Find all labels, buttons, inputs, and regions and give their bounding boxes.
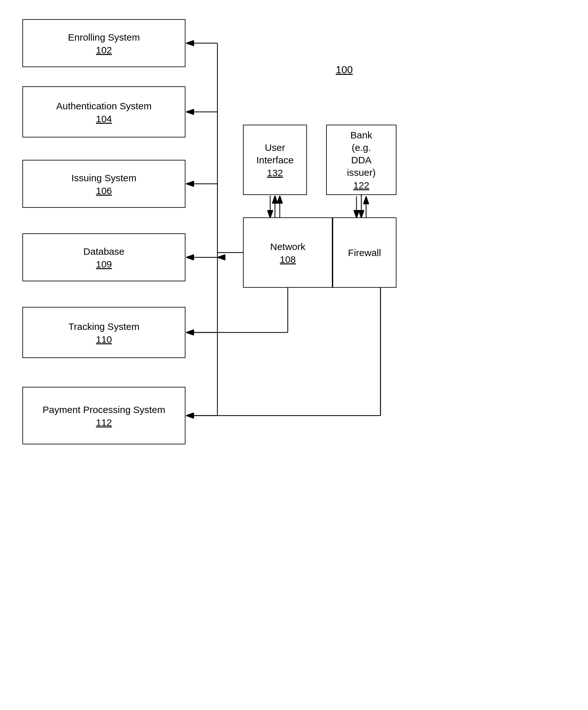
tracking-system-number: 110 [96,334,112,345]
network-number: 108 [280,254,296,265]
issuing-system-number: 106 [96,185,112,196]
enrolling-system-number: 102 [96,45,112,56]
issuing-system-label: Issuing System [71,172,136,184]
authentication-system-box: Authentication System 104 [22,86,185,138]
user-interface-label: UserInterface [256,141,294,166]
enrolling-system-box: Enrolling System 102 [22,19,185,67]
bank-number: 122 [353,180,369,191]
tracking-system-label: Tracking System [68,320,139,333]
user-interface-number: 132 [267,167,283,179]
payment-processing-number: 112 [96,417,112,428]
network-label: Network [270,240,305,253]
payment-processing-label: Payment Processing System [43,403,165,416]
diagram-number-label: 100 [336,64,353,76]
firewall-label: Firewall [348,246,381,259]
issuing-system-box: Issuing System 106 [22,160,185,208]
user-interface-box: UserInterface 132 [243,125,307,195]
database-number: 109 [96,259,112,270]
bank-label: Bank(e.g.DDAissuer) [347,129,376,179]
bank-box: Bank(e.g.DDAissuer) 122 [326,125,397,195]
enrolling-system-label: Enrolling System [68,31,140,44]
authentication-system-number: 104 [96,114,112,124]
database-label: Database [84,245,124,258]
firewall-box: Firewall [332,217,397,288]
authentication-system-label: Authentication System [56,100,152,112]
diagram: Enrolling System 102 Authentication Syst… [0,0,588,710]
database-box: Database 109 [22,233,185,281]
network-box: Network 108 [243,217,332,288]
payment-processing-box: Payment Processing System 112 [22,387,185,444]
tracking-system-box: Tracking System 110 [22,307,185,358]
